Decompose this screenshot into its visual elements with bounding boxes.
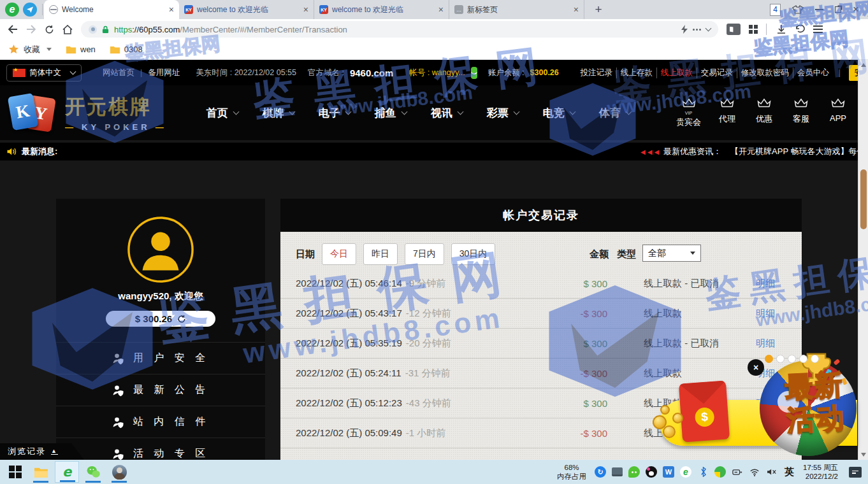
apps-grid-icon[interactable] xyxy=(749,25,758,34)
taskbar-clock[interactable]: 17:55 周五2022/12/2 xyxy=(803,463,838,481)
tab-close-icon[interactable]: × xyxy=(169,5,174,14)
sidebar-menu-item[interactable]: 活 动 专 区 xyxy=(56,438,265,460)
nav-item[interactable]: 彩票 xyxy=(487,106,519,120)
date-filter-button[interactable]: 昨日 xyxy=(363,243,398,265)
nav-item[interactable]: 首页 xyxy=(206,106,238,120)
browser-tab[interactable]: Welcome × xyxy=(44,0,179,19)
window-close-button[interactable]: × xyxy=(853,4,859,15)
memory-widget[interactable]: 68%内存占用 xyxy=(557,463,586,481)
quick-link[interactable]: APP xyxy=(827,98,849,128)
date-filter-button[interactable]: 30日内 xyxy=(451,243,496,265)
lightning-icon[interactable] xyxy=(681,25,688,34)
topbar-link[interactable]: 修改取款密码 xyxy=(737,68,793,78)
nav-item[interactable]: 棋牌 xyxy=(263,106,294,120)
download-icon[interactable] xyxy=(776,24,786,34)
chevron-down-icon[interactable] xyxy=(705,25,712,32)
refresh-balance-icon[interactable] xyxy=(177,315,186,324)
message-icon[interactable] xyxy=(471,67,477,79)
start-button[interactable] xyxy=(4,461,27,483)
row-detail-link[interactable]: 明细 xyxy=(756,308,775,320)
topbar-link[interactable]: 会员中心 xyxy=(793,68,833,78)
bookmark-folder[interactable]: 0308 xyxy=(110,45,143,54)
nav-item[interactable]: 捕鱼 xyxy=(375,106,407,120)
taskbar-browser[interactable]: e xyxy=(55,461,79,483)
carousel-dot[interactable] xyxy=(799,355,807,363)
quick-link[interactable]: VIP 贵宾会 xyxy=(676,98,701,128)
home-link[interactable]: 网站首页 xyxy=(103,68,134,78)
360-shield-icon[interactable] xyxy=(714,466,726,478)
new-tab-button[interactable]: + xyxy=(591,3,606,17)
reading-mode-icon[interactable] xyxy=(727,24,741,35)
taskbar-wechat[interactable] xyxy=(81,461,105,483)
carousel-dot[interactable] xyxy=(811,355,819,363)
theme-shirt-icon[interactable] xyxy=(792,4,804,15)
quick-link[interactable]: 优惠 xyxy=(753,98,775,128)
date-filter-button[interactable]: 7日内 xyxy=(405,243,444,265)
network-icon[interactable] xyxy=(749,466,760,478)
address-bar[interactable]: https://60p55.com/MemberCenter/#/MemberC… xyxy=(81,21,718,38)
promo-title[interactable]: 最新活动 xyxy=(765,367,864,438)
forward-icon[interactable] xyxy=(26,25,36,34)
sidebar-menu-item[interactable]: 最 新 公 告 xyxy=(56,374,265,406)
tab-close-icon[interactable]: × xyxy=(303,5,308,14)
display-icon[interactable] xyxy=(612,467,623,476)
browser-tab[interactable]: welcome to 欢迎光临 × xyxy=(314,0,449,19)
language-selector[interactable]: 简体中文 xyxy=(6,64,82,82)
sidebar-menu-item[interactable]: 用 户 安 全 xyxy=(56,342,265,374)
scroll-up-icon[interactable] xyxy=(861,63,866,67)
bookmark-folder[interactable]: wen xyxy=(66,45,96,54)
topbar-link[interactable]: 投注记录 xyxy=(577,68,616,78)
carousel-dot[interactable] xyxy=(765,355,773,363)
type-select[interactable]: 全部 xyxy=(642,245,701,262)
history-undo-icon[interactable] xyxy=(795,25,805,34)
carousel-dot[interactable] xyxy=(776,355,785,363)
ime-indicator[interactable]: 英 xyxy=(785,466,794,478)
window-minimize-button[interactable] xyxy=(815,9,823,10)
nav-item[interactable]: 视讯 xyxy=(431,106,463,120)
browse-history-tab[interactable]: 浏览记录 ▲ xyxy=(0,443,84,460)
nav-item[interactable]: 体育 xyxy=(599,106,631,120)
row-detail-link[interactable]: 明细 xyxy=(756,278,775,290)
backup-url-link[interactable]: 备用网址 xyxy=(148,68,180,78)
topbar-link[interactable]: 线上取款 xyxy=(656,68,697,78)
ie-icon[interactable]: e xyxy=(680,466,691,478)
url-text[interactable]: https://60p55.com/MemberCenter/#/MemberC… xyxy=(114,25,347,34)
power-icon[interactable] xyxy=(732,466,743,478)
browser-logo-icon[interactable]: e xyxy=(5,3,19,17)
topbar-link[interactable]: 交易记录 xyxy=(697,68,737,78)
word-icon[interactable]: W xyxy=(663,466,674,478)
browser-tab[interactable]: 新标签页 × xyxy=(449,0,584,19)
quick-link[interactable]: 代理 xyxy=(716,98,738,128)
reload-icon[interactable] xyxy=(45,25,54,34)
tab-close-icon[interactable]: × xyxy=(574,5,579,14)
row-detail-link[interactable]: 明细 xyxy=(756,338,775,350)
action-center-icon[interactable] xyxy=(849,467,862,478)
nav-item[interactable]: 电竞 xyxy=(543,106,575,120)
home-icon[interactable] xyxy=(62,25,73,34)
browser-tab[interactable]: welcome to 欢迎光临 × xyxy=(179,0,314,19)
date-filter-button[interactable]: 今日 xyxy=(322,243,356,265)
nav-item[interactable]: 电子 xyxy=(319,106,351,120)
quick-link[interactable]: 客服 xyxy=(790,98,812,128)
bluetooth-icon[interactable] xyxy=(697,466,709,478)
sidebar-menu-item[interactable]: 站 内 信 件 xyxy=(56,406,265,438)
topbar-link[interactable]: 线上存款 xyxy=(616,68,656,78)
site-permission-icon[interactable] xyxy=(89,25,97,34)
scroll-down-icon[interactable] xyxy=(861,453,866,457)
carousel-dot[interactable] xyxy=(788,355,796,363)
wechat-icon[interactable] xyxy=(628,466,640,478)
back-icon[interactable] xyxy=(8,25,18,34)
more-icon[interactable] xyxy=(693,29,701,31)
bookmarks-caret-icon[interactable] xyxy=(47,48,52,51)
telegram-icon[interactable] xyxy=(23,3,37,17)
taskbar-file-explorer[interactable] xyxy=(29,461,53,483)
taskbar-user-app[interactable] xyxy=(107,461,131,483)
tab-close-icon[interactable]: × xyxy=(438,5,444,14)
window-restore-button[interactable] xyxy=(835,6,841,13)
bookmarks-label[interactable]: 收藏 xyxy=(24,44,40,55)
promo-close-icon[interactable]: × xyxy=(748,359,764,376)
360-update-icon[interactable]: ↻ xyxy=(595,466,606,478)
menu-icon[interactable] xyxy=(813,25,823,33)
volume-muted-icon[interactable] xyxy=(766,466,778,478)
scrollbar-thumb[interactable] xyxy=(860,169,867,229)
